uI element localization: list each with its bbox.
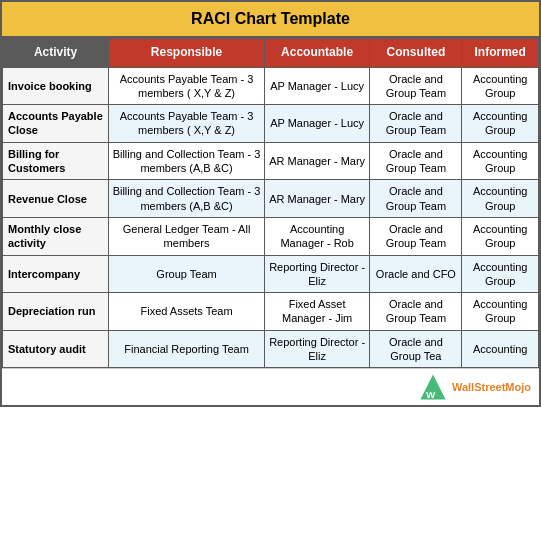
cell-informed: Accounting Group	[462, 180, 539, 218]
col-consulted: Consulted	[370, 39, 462, 68]
watermark-label: WallStreetMojo	[452, 381, 531, 393]
cell-accountable: Accounting Manager - Rob	[264, 217, 370, 255]
cell-consulted: Oracle and CFO	[370, 255, 462, 293]
cell-accountable: AR Manager - Mary	[264, 180, 370, 218]
wallstreetmojo-logo-icon: W	[419, 373, 447, 401]
cell-consulted: Oracle and Group Team	[370, 217, 462, 255]
cell-responsible: Billing and Collection Team - 3 members …	[109, 180, 265, 218]
cell-responsible: Accounts Payable Team - 3 members ( X,Y …	[109, 67, 265, 105]
cell-informed: Accounting Group	[462, 105, 539, 143]
col-responsible: Responsible	[109, 39, 265, 68]
cell-activity: Revenue Close	[3, 180, 109, 218]
table-row: Revenue CloseBilling and Collection Team…	[3, 180, 539, 218]
cell-responsible: General Ledger Team - All members	[109, 217, 265, 255]
table-row: IntercompanyGroup TeamReporting Director…	[3, 255, 539, 293]
cell-accountable: AP Manager - Lucy	[264, 105, 370, 143]
table-body: Invoice bookingAccounts Payable Team - 3…	[3, 67, 539, 368]
cell-activity: Billing for Customers	[3, 142, 109, 180]
cell-responsible: Financial Reporting Team	[109, 330, 265, 368]
cell-accountable: Reporting Director - Eliz	[264, 255, 370, 293]
cell-activity: Intercompany	[3, 255, 109, 293]
cell-responsible: Fixed Assets Team	[109, 293, 265, 331]
cell-consulted: Oracle and Group Team	[370, 142, 462, 180]
cell-consulted: Oracle and Group Team	[370, 67, 462, 105]
cell-informed: Accounting Group	[462, 255, 539, 293]
cell-consulted: Oracle and Group Team	[370, 180, 462, 218]
raci-table: Activity Responsible Accountable Consult…	[2, 38, 539, 368]
raci-chart: RACI Chart Template Activity Responsible…	[0, 0, 541, 407]
table-row: Depreciation runFixed Assets TeamFixed A…	[3, 293, 539, 331]
cell-accountable: Reporting Director - Eliz	[264, 330, 370, 368]
cell-accountable: AP Manager - Lucy	[264, 67, 370, 105]
table-row: Billing for CustomersBilling and Collect…	[3, 142, 539, 180]
cell-accountable: Fixed Asset Manager - Jim	[264, 293, 370, 331]
watermark: W WallStreetMojo	[2, 368, 539, 405]
table-row: Invoice bookingAccounts Payable Team - 3…	[3, 67, 539, 105]
header-row: Activity Responsible Accountable Consult…	[3, 39, 539, 68]
table-row: Accounts Payable CloseAccounts Payable T…	[3, 105, 539, 143]
cell-activity: Accounts Payable Close	[3, 105, 109, 143]
col-activity: Activity	[3, 39, 109, 68]
col-informed: Informed	[462, 39, 539, 68]
table-row: Statutory auditFinancial Reporting TeamR…	[3, 330, 539, 368]
cell-informed: Accounting Group	[462, 67, 539, 105]
cell-consulted: Oracle and Group Team	[370, 105, 462, 143]
cell-informed: Accounting Group	[462, 142, 539, 180]
cell-responsible: Billing and Collection Team - 3 members …	[109, 142, 265, 180]
cell-informed: Accounting	[462, 330, 539, 368]
cell-informed: Accounting Group	[462, 217, 539, 255]
svg-text:W: W	[426, 389, 436, 400]
cell-accountable: AR Manager - Mary	[264, 142, 370, 180]
cell-consulted: Oracle and Group Team	[370, 293, 462, 331]
cell-responsible: Accounts Payable Team - 3 members ( X,Y …	[109, 105, 265, 143]
col-accountable: Accountable	[264, 39, 370, 68]
cell-consulted: Oracle and Group Tea	[370, 330, 462, 368]
cell-activity: Statutory audit	[3, 330, 109, 368]
cell-activity: Invoice booking	[3, 67, 109, 105]
cell-informed: Accounting Group	[462, 293, 539, 331]
cell-responsible: Group Team	[109, 255, 265, 293]
table-row: Monthly close activityGeneral Ledger Tea…	[3, 217, 539, 255]
cell-activity: Monthly close activity	[3, 217, 109, 255]
chart-title: RACI Chart Template	[2, 2, 539, 38]
cell-activity: Depreciation run	[3, 293, 109, 331]
